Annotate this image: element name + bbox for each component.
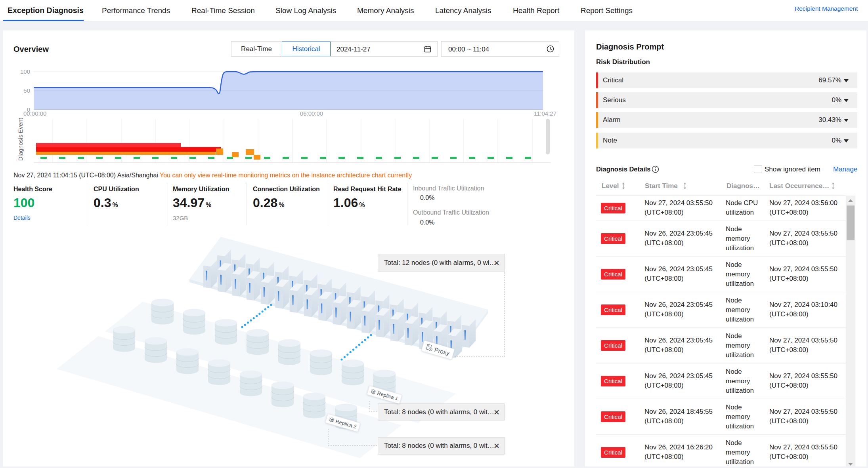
svg-text:00:00:00: 00:00:00 [23, 110, 46, 117]
svg-text:06:00:00: 06:00:00 [300, 110, 323, 117]
svg-text:50: 50 [23, 87, 30, 94]
svg-text:11:04:27: 11:04:27 [534, 110, 556, 117]
svg-text:100: 100 [20, 68, 30, 75]
svg-text:Diagnosis Event: Diagnosis Event [17, 118, 24, 161]
